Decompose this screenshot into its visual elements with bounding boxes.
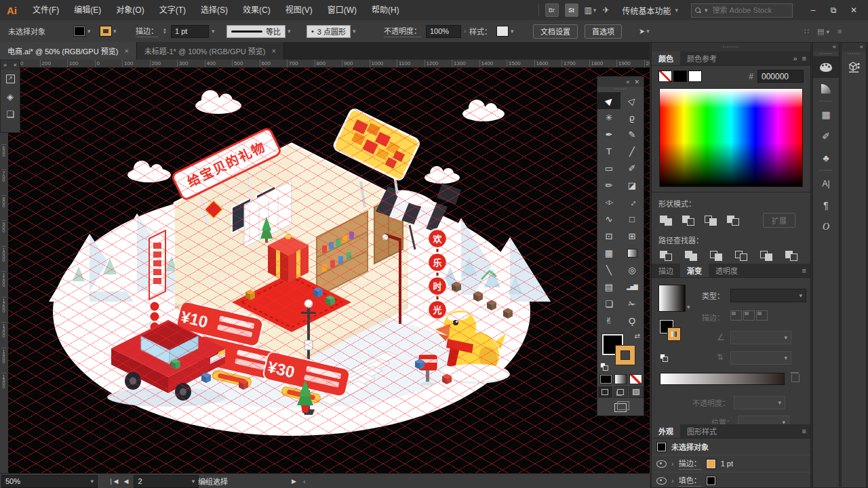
brushes-panel-icon[interactable]: ✐	[813, 125, 839, 147]
strip-collapse-icon[interactable]: «	[860, 43, 863, 52]
eraser-tool[interactable]: ◪	[620, 177, 644, 194]
shape-mode-unite[interactable]	[658, 214, 675, 226]
gradient-mode-button[interactable]	[614, 374, 627, 384]
paintbrush-tool[interactable]: ✐	[620, 160, 644, 177]
swap-fill-stroke-icon[interactable]: ⇄	[635, 332, 640, 340]
expand-button[interactable]: 扩展	[763, 213, 795, 228]
restore-button[interactable]: ⧉	[823, 0, 844, 20]
tab-gradient[interactable]: 渐变	[680, 264, 709, 277]
artboard-number-control[interactable]: 2▾	[134, 475, 199, 488]
opentype-panel-icon[interactable]: O	[813, 216, 839, 238]
free-transform-tool[interactable]: □	[620, 211, 644, 228]
bridge-icon[interactable]: Br	[545, 3, 559, 17]
panel-dock-icon[interactable]: ▤ ▾	[817, 27, 829, 36]
document-setup[interactable]: 文档设置	[533, 20, 578, 42]
zoom-level-control[interactable]: 50%▾	[1, 475, 98, 488]
opacity-expander[interactable]: ›	[464, 28, 466, 35]
gradient-slider[interactable]	[660, 373, 785, 385]
menu-item[interactable]: 窗口(W)	[320, 0, 364, 20]
stroke-profile-control[interactable]: 等比▾	[226, 20, 291, 42]
reflect-tool[interactable]: ◁▷	[597, 194, 620, 211]
draw-behind-button[interactable]	[614, 386, 628, 398]
opacity-value[interactable]: 100%	[426, 25, 461, 38]
hex-field[interactable]: 000000	[757, 70, 804, 83]
angle-dropdown[interactable]: ▾	[730, 331, 791, 344]
gradient-fill-stroke[interactable]	[660, 320, 683, 343]
artboards-panel-icon[interactable]: ❏	[1, 105, 20, 123]
lasso-tool[interactable]: ϱ	[620, 109, 644, 126]
shaper-tool[interactable]: ✏	[597, 177, 620, 194]
color-panel-icon[interactable]	[813, 56, 839, 78]
strip-collapse-icon[interactable]: «	[833, 43, 836, 52]
expand-chevron-icon[interactable]: ›	[671, 476, 674, 485]
select-similar-control[interactable]: ➤▾	[639, 20, 650, 42]
tab-appearance[interactable]: 外观	[652, 424, 680, 438]
black-swatch[interactable]	[673, 70, 687, 82]
default-fill-stroke-icon[interactable]	[600, 363, 608, 371]
visibility-eye-icon[interactable]	[656, 477, 667, 485]
preferences[interactable]: 首选项	[585, 20, 622, 42]
panel-menu-icon[interactable]: ≡	[802, 54, 806, 62]
white-swatch[interactable]	[688, 70, 702, 82]
stepper-icon[interactable]: ▲▼	[163, 28, 167, 35]
symbol-sprayer-tool[interactable]: ▤	[597, 279, 620, 296]
stroke-swatch[interactable]	[100, 26, 111, 36]
asset-export-panel-icon[interactable]	[842, 56, 866, 78]
export-panel-icon[interactable]: ↗	[1, 70, 20, 87]
menu-item[interactable]: 效果(C)	[235, 0, 278, 20]
tab-close-icon[interactable]: ×	[271, 47, 275, 55]
pathfinder-minus-back[interactable]	[784, 249, 800, 262]
fill-swatch[interactable]	[706, 476, 716, 486]
shape-mode-minus-front[interactable]	[681, 214, 697, 226]
gradient-panel-icon[interactable]	[813, 78, 839, 100]
dock-close-icon[interactable]: ×	[14, 60, 17, 70]
appearance-stroke-row[interactable]: › 描边： 1 pt	[652, 455, 810, 472]
toolbar-collapse-icon[interactable]: «	[626, 79, 629, 85]
gradient-opacity-dropdown[interactable]: ▾	[734, 396, 785, 409]
panel-grip[interactable]: ▪▪▪▪▪▪▪▪	[652, 43, 810, 52]
horizontal-ruler[interactable]: 3002001000100200300400500600700800900100…	[8, 60, 650, 68]
menu-item[interactable]: 文件(F)	[25, 0, 66, 20]
menu-item[interactable]: 选择(S)	[193, 0, 235, 20]
tab-transparency[interactable]: 透明度	[709, 264, 745, 277]
pathfinder-merge[interactable]	[709, 249, 725, 262]
workspace-switcher[interactable]: 传统基本功能▾	[622, 5, 678, 16]
minimize-button[interactable]: –	[803, 0, 823, 20]
share-icon[interactable]: ✈	[602, 5, 609, 15]
rectangle-tool[interactable]: ▭	[597, 160, 620, 177]
artboard-tool[interactable]: ❏	[597, 296, 620, 312]
panel-expand-icon[interactable]: »	[793, 54, 797, 62]
appearance-fill-row[interactable]: › 填色：	[652, 472, 810, 488]
dock-grid-icon[interactable]: ∷	[804, 27, 809, 36]
shape-mode-exclude[interactable]	[726, 214, 742, 226]
shape-mode-intersect[interactable]	[703, 214, 719, 226]
expand-chevron-icon[interactable]: ›	[671, 460, 674, 468]
aspect-dropdown[interactable]: ▾	[730, 351, 791, 365]
panel-menu-icon[interactable]: ≡	[802, 266, 806, 274]
menu-item[interactable]: 视图(V)	[278, 0, 320, 20]
column-graph-tool[interactable]: ▂▅▇	[620, 279, 644, 296]
shape-builder-tool[interactable]: ⊡	[597, 228, 620, 245]
tab-close-icon[interactable]: ×	[124, 47, 128, 55]
first-artboard-button[interactable]: ❘◀	[108, 478, 118, 485]
screen-mode-button[interactable]	[597, 399, 644, 415]
stroke-across-button[interactable]	[756, 310, 768, 321]
gradient-tool[interactable]: ▩	[620, 245, 644, 262]
status-play-icon[interactable]: ▶	[292, 478, 296, 485]
arrange-documents-icon[interactable]: ▥ ▾	[585, 5, 597, 15]
document-tab[interactable]: 电商.ai* @ 50% (RGB/GPU 预览)×	[0, 42, 137, 60]
menu-item[interactable]: 文字(T)	[152, 0, 193, 20]
stroke-within-button[interactable]	[730, 310, 742, 321]
reverse-gradient-icon[interactable]	[660, 354, 668, 362]
stock-icon[interactable]: St	[565, 3, 578, 17]
style-swatch[interactable]	[496, 26, 509, 37]
search-input[interactable]	[711, 5, 782, 15]
width-tool[interactable]: ∿	[597, 211, 620, 228]
hand-tool[interactable]: ✌	[597, 312, 620, 329]
toolbar-grip[interactable]: ▪▪▪▪▪▪	[597, 87, 644, 92]
menu-item[interactable]: 编辑(E)	[66, 0, 108, 20]
blend-tool[interactable]: ◎	[620, 262, 644, 279]
stroke-swatch[interactable]	[706, 459, 716, 469]
scale-tool[interactable]: ↔	[620, 194, 644, 211]
none-swatch[interactable]	[658, 70, 672, 82]
